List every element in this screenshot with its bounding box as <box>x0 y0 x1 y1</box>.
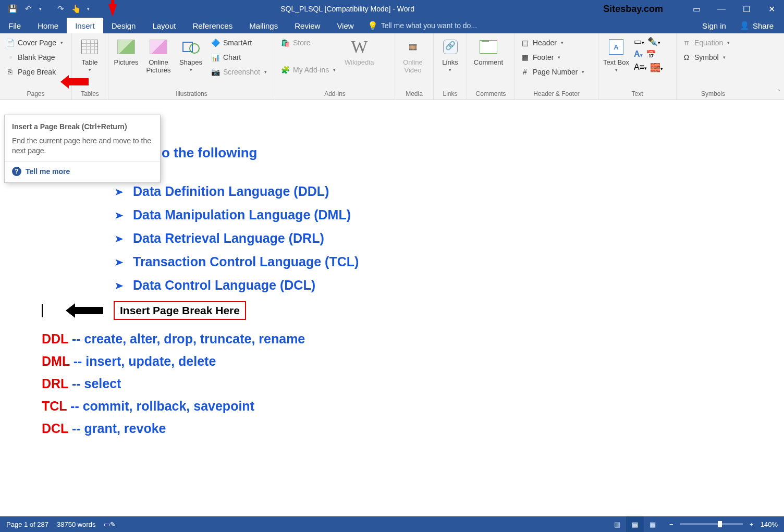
bullet-text: Data Manipulation Language (DML) <box>133 207 351 222</box>
equation-label: Equation <box>694 39 723 47</box>
web-layout-icon[interactable]: ▦ <box>644 516 662 532</box>
window-controls: ▭ — ☐ ✕ <box>684 0 784 18</box>
def-key: DDL <box>42 331 68 346</box>
maximize-icon[interactable]: ☐ <box>734 0 759 18</box>
tab-file[interactable]: File <box>0 18 29 33</box>
online-video-button[interactable]: 🎞️ Online Video <box>398 35 427 74</box>
tab-layout[interactable]: Layout <box>144 18 184 33</box>
ribbon: 📄 Cover Page ▾ ▫️ Blank Page ⎘ Page Brea… <box>0 33 784 100</box>
shapes-button[interactable]: Shapes ▾ <box>176 35 205 72</box>
text-box-button[interactable]: A Text Box ▾ <box>602 35 631 72</box>
screenshot-button[interactable]: 📷 Screenshot ▾ <box>209 66 269 78</box>
redo-icon[interactable]: ↷ <box>53 2 68 16</box>
zoom-in-button[interactable]: + <box>748 521 755 528</box>
page-break-button[interactable]: ⎘ Page Break <box>3 66 65 78</box>
blank-page-icon: ▫️ <box>5 53 15 62</box>
online-pictures-button[interactable]: Online Pictures <box>144 35 173 74</box>
store-label: Store <box>293 39 310 47</box>
share-button[interactable]: 👤 Share <box>734 19 779 32</box>
wikipedia-icon: W <box>351 37 368 57</box>
group-label-header-footer: Header & Footer <box>518 88 595 100</box>
comment-button[interactable]: Comment <box>470 35 507 66</box>
object-icon[interactable]: 🧱▾ <box>650 63 663 72</box>
touch-mode-icon[interactable]: 👆 <box>69 2 83 16</box>
addins-icon: 🧩 <box>280 65 290 75</box>
table-button[interactable]: Table ▾ <box>75 35 104 72</box>
sign-in-button[interactable]: Sign in <box>696 21 732 30</box>
my-addins-button[interactable]: 🧩 My Add-ins ▾ <box>278 64 338 76</box>
blank-page-button[interactable]: ▫️ Blank Page <box>3 51 65 64</box>
wordart-icon[interactable]: A▾ <box>634 50 643 59</box>
comment-label: Comment <box>474 58 503 66</box>
def-rest: -- select <box>68 376 121 391</box>
bullet-list: ➤ Data Definition Language (DDL) ➤ Data … <box>21 184 763 293</box>
status-words[interactable]: 38750 words <box>57 521 95 528</box>
tooltip-tell-me-more[interactable]: ? Tell me more <box>12 167 153 176</box>
tab-review[interactable]: Review <box>286 18 328 33</box>
bullet-arrow-icon: ➤ <box>114 232 124 245</box>
print-layout-icon[interactable]: ▤ <box>626 516 644 532</box>
page-number-button[interactable]: # Page Number ▾ <box>518 66 586 78</box>
date-time-icon[interactable]: 📅 <box>646 50 656 59</box>
window-title: SQL_PLSQL [Compatibility Mode] - Word <box>92 5 603 13</box>
quick-parts-icon[interactable]: ▭▾ <box>634 36 644 46</box>
tab-home[interactable]: Home <box>29 18 67 33</box>
tab-view[interactable]: View <box>328 18 362 33</box>
list-item: ➤ Data Control Language (DCL) <box>115 278 763 293</box>
read-mode-icon[interactable]: ▥ <box>608 516 626 532</box>
tab-design[interactable]: Design <box>103 18 144 33</box>
save-icon[interactable]: 💾 <box>5 2 20 16</box>
undo-dropdown-icon[interactable]: ▾ <box>36 2 44 16</box>
bullet-text: Transaction Control Language (TCL) <box>133 254 359 269</box>
bullet-arrow-icon: ➤ <box>114 279 124 292</box>
tab-insert[interactable]: Insert <box>67 18 103 33</box>
qat-customize-icon[interactable]: ▾ <box>84 2 92 16</box>
comment-icon <box>480 40 497 54</box>
equation-button[interactable]: π Equation ▾ <box>680 36 732 49</box>
undo-icon[interactable]: ↶ <box>21 2 35 16</box>
group-label-comments: Comments <box>470 88 511 100</box>
links-button[interactable]: Links ▾ <box>437 35 463 72</box>
bullet-text: Data Retrieval Language (DRL) <box>133 231 324 246</box>
lightbulb-icon: 💡 <box>368 21 378 31</box>
smartart-icon: 🔷 <box>211 38 220 47</box>
minimize-icon[interactable]: — <box>709 0 734 18</box>
tab-mailings[interactable]: Mailings <box>241 18 286 33</box>
store-button[interactable]: 🛍️ Store <box>278 36 338 49</box>
zoom-slider[interactable] <box>680 523 743 525</box>
bullet-text: Data Definition Language (DDL) <box>133 184 329 199</box>
header-button[interactable]: ▤ Header ▾ <box>518 36 586 49</box>
footer-button[interactable]: ▦ Footer ▾ <box>518 51 586 64</box>
drop-cap-icon[interactable]: A≡▾ <box>634 63 647 72</box>
tell-me-search[interactable]: 💡 Tell me what you want to do... <box>362 18 696 33</box>
zoom-thumb[interactable] <box>718 521 722 527</box>
close-icon[interactable]: ✕ <box>759 0 784 18</box>
spellcheck-icon[interactable]: ▭✎ <box>104 521 116 528</box>
zoom-out-button[interactable]: − <box>668 521 675 528</box>
group-label-addins: Add-ins <box>278 88 391 100</box>
collapse-ribbon-icon[interactable]: ˆ <box>778 89 780 96</box>
ribbon-display-icon[interactable]: ▭ <box>684 0 709 18</box>
tooltip-body: End the current page here and move to th… <box>12 136 153 156</box>
zoom-level[interactable]: 140% <box>761 521 778 528</box>
chevron-down-icon: ▾ <box>558 55 560 60</box>
chevron-down-icon: ▾ <box>190 67 192 72</box>
status-page[interactable]: Page 1 of 287 <box>6 521 48 528</box>
wikipedia-button[interactable]: W Wikipedia <box>341 35 377 66</box>
pictures-button[interactable]: Pictures <box>112 35 141 66</box>
screenshot-label: Screenshot <box>223 68 260 76</box>
chart-icon: 📊 <box>211 53 220 62</box>
zoom-control: − + 140% <box>662 521 784 528</box>
page-break-callout: Insert Page Break Here <box>114 301 246 320</box>
smartart-button[interactable]: 🔷 SmartArt <box>209 36 269 49</box>
equation-icon: π <box>682 38 691 47</box>
cover-page-button[interactable]: 📄 Cover Page ▾ <box>3 36 65 49</box>
signature-line-icon[interactable]: ✒️▾ <box>647 36 660 46</box>
symbol-button[interactable]: Ω Symbol ▾ <box>680 51 732 64</box>
share-icon: 👤 <box>740 21 750 30</box>
annotation-insert-here: Insert Page Break Here <box>42 301 763 320</box>
tab-references[interactable]: References <box>184 18 241 33</box>
chevron-down-icon: ▾ <box>561 40 564 45</box>
screenshot-icon: 📷 <box>211 67 220 77</box>
chart-button[interactable]: 📊 Chart <box>209 51 269 64</box>
